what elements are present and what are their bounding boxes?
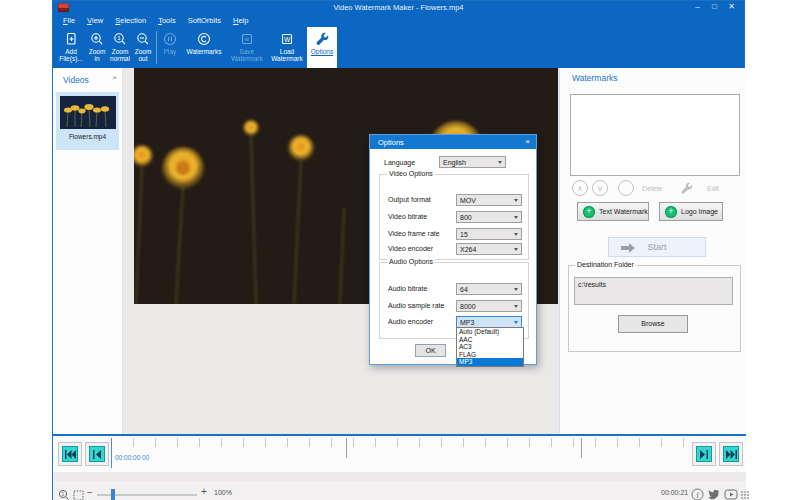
video-frame-rate-label: Video frame rate xyxy=(388,230,440,237)
video-options-title: Video Options xyxy=(387,170,435,177)
prev-frame-button[interactable] xyxy=(85,442,109,466)
timeline-track[interactable] xyxy=(53,472,746,481)
move-up-icon: ∧ xyxy=(572,180,588,196)
start-button[interactable]: Start xyxy=(608,237,706,257)
audio-sample-rate-value: 8000 xyxy=(460,303,476,310)
save-watermark-icon: w xyxy=(240,31,254,46)
skip-end-button[interactable] xyxy=(719,442,743,466)
toolbar-separator xyxy=(156,31,157,64)
facebook-icon[interactable]: f xyxy=(691,487,704,500)
svg-text:W: W xyxy=(284,35,291,42)
chevron-down-icon xyxy=(514,321,518,324)
zoom-slider-handle[interactable] xyxy=(111,489,115,500)
menu-tools[interactable]: Tools xyxy=(152,16,182,25)
chevron-down-icon xyxy=(514,305,518,308)
plus-icon: + xyxy=(583,206,595,218)
chevron-down-icon xyxy=(514,288,518,291)
browse-button[interactable]: Browse xyxy=(618,315,688,333)
window-title: Video Watermark Maker - Flowers.mp4 xyxy=(333,3,463,12)
zoom-normal-icon: 1 xyxy=(113,31,127,46)
next-frame-button[interactable] xyxy=(692,442,716,466)
status-bar: 1 − + 100% 00:00:21 f xyxy=(53,481,746,500)
minimize-button[interactable]: – xyxy=(689,1,706,13)
toolbar-add-files[interactable]: Add File(s)... xyxy=(56,27,86,68)
load-watermark-icon: W xyxy=(280,31,294,46)
playhead[interactable] xyxy=(111,438,112,468)
zoom-in-icon xyxy=(90,31,104,46)
move-down-icon: ∨ xyxy=(592,180,608,196)
video-encoder-select[interactable]: X264 xyxy=(456,243,522,255)
menu-selection[interactable]: Selection xyxy=(109,16,152,25)
svg-text:w: w xyxy=(244,36,250,42)
language-select[interactable]: English xyxy=(439,156,506,168)
menu-view[interactable]: View xyxy=(81,16,109,25)
maximize-button[interactable]: □ xyxy=(706,1,723,13)
audio-encoder-dropdown: Auto (Default) AAC AC3 FLAG MP3 xyxy=(456,327,524,367)
close-button[interactable]: ✕ xyxy=(723,1,740,13)
svg-text:f: f xyxy=(696,491,699,500)
logo-image-button[interactable]: + Logo Image xyxy=(659,202,723,221)
twitter-icon[interactable] xyxy=(707,487,720,500)
output-format-select[interactable]: MOV xyxy=(456,194,522,206)
dialog-close-icon[interactable]: × xyxy=(525,137,530,146)
toolbar-watermarks[interactable]: Watermarks xyxy=(181,27,227,68)
text-watermark-label: Text Watermark xyxy=(599,208,648,215)
fit-window-icon[interactable] xyxy=(73,487,84,500)
zoom-out-minus[interactable]: − xyxy=(87,487,93,498)
watermark-list[interactable] xyxy=(570,94,740,176)
logo-image-label: Logo Image xyxy=(681,208,718,215)
current-time-label: 00:00:00 00 xyxy=(115,454,149,461)
toolbar-options[interactable]: Options xyxy=(307,27,337,68)
dropdown-option[interactable]: FLAG xyxy=(457,351,523,359)
dropdown-option[interactable]: Auto (Default) xyxy=(457,328,523,336)
dropdown-option[interactable]: AAC xyxy=(457,336,523,344)
destination-path-field[interactable]: c:\results xyxy=(574,277,733,305)
wrench-icon xyxy=(315,31,329,46)
toolbar: Add File(s)... Zoom in 1 Zoom normal Zoo… xyxy=(53,27,744,68)
chevron-down-icon xyxy=(498,161,502,164)
zoom-in-plus[interactable]: + xyxy=(201,486,207,497)
resize-grip[interactable] xyxy=(741,491,749,499)
options-dialog: Options × Language English Video Options… xyxy=(369,134,537,365)
video-thumbnail xyxy=(60,96,116,129)
zoom-actual-icon[interactable]: 1 xyxy=(58,487,70,500)
add-file-icon xyxy=(64,31,78,46)
destination-folder-group: Destination Folder c:\results Browse xyxy=(568,265,741,352)
timeline-ruler[interactable]: 00:00:00 00 xyxy=(111,438,689,470)
videos-close-icon[interactable]: × xyxy=(112,73,117,82)
text-watermark-button[interactable]: + Text Watermark xyxy=(577,202,649,221)
video-bitrate-select[interactable]: 800 xyxy=(456,211,522,223)
arrow-right-icon xyxy=(621,243,635,255)
toolbar-load-watermark[interactable]: W Load Watermark xyxy=(267,27,307,68)
video-list-item[interactable]: Flowers.mp4 xyxy=(56,92,119,150)
video-frame-rate-select[interactable]: 15 xyxy=(456,228,522,240)
toolbar-zoom-in[interactable]: Zoom in xyxy=(86,27,108,68)
dropdown-option[interactable]: AC3 xyxy=(457,343,523,351)
dialog-title-bar[interactable]: Options × xyxy=(370,135,536,149)
audio-sample-rate-select[interactable]: 8000 xyxy=(456,300,522,312)
audio-encoder-label: Audio encoder xyxy=(388,318,433,325)
title-bar[interactable]: Video Watermark Maker - Flowers.mp4 – □ … xyxy=(53,1,744,14)
audio-encoder-value: MP3 xyxy=(460,319,474,326)
edit-label: Edit xyxy=(707,185,719,192)
youtube-icon[interactable] xyxy=(724,487,738,500)
plus-icon: + xyxy=(665,206,677,218)
video-item-name: Flowers.mp4 xyxy=(56,133,119,140)
menu-bar: File View Selection Tools SoftOrbits Hel… xyxy=(53,14,744,27)
menu-file[interactable]: File xyxy=(57,16,81,25)
output-format-label: Output format xyxy=(388,196,431,203)
skip-start-button[interactable] xyxy=(58,442,82,466)
next-frame-icon xyxy=(700,450,708,459)
menu-help[interactable]: Help xyxy=(227,16,254,25)
play-icon xyxy=(163,31,177,46)
edit-wrench-icon xyxy=(680,181,693,199)
skip-end-icon xyxy=(726,450,737,459)
audio-bitrate-select[interactable]: 64 xyxy=(456,283,522,295)
toolbar-zoom-normal[interactable]: 1 Zoom normal xyxy=(108,27,132,68)
video-encoder-value: X264 xyxy=(460,246,476,253)
menu-softorbits[interactable]: SoftOrbits xyxy=(182,16,227,25)
ok-button[interactable]: OK xyxy=(415,344,446,357)
toolbar-zoom-out[interactable]: Zoom out xyxy=(132,27,154,68)
skip-start-icon xyxy=(65,450,76,459)
dropdown-option-selected[interactable]: MP3 xyxy=(457,358,523,366)
